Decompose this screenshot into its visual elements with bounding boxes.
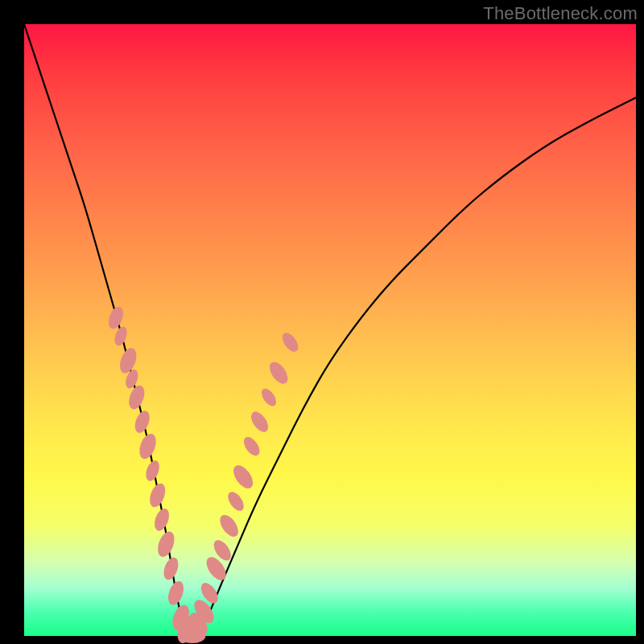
scatter-marker — [248, 409, 272, 436]
chart-svg — [24, 24, 636, 636]
bottleneck-curve — [24, 24, 636, 636]
scatter-marker — [279, 330, 301, 354]
scatter-markers — [106, 305, 302, 644]
scatter-marker — [266, 359, 291, 387]
scatter-marker — [165, 579, 187, 607]
scatter-marker — [225, 489, 246, 514]
scatter-marker — [258, 386, 279, 409]
plot-area — [24, 24, 636, 636]
watermark-text: TheBottleneck.com — [483, 3, 638, 24]
scatter-marker — [161, 555, 181, 582]
scatter-marker — [217, 512, 242, 540]
chart-frame: TheBottleneck.com — [0, 0, 644, 644]
scatter-marker — [147, 481, 168, 510]
scatter-marker — [241, 434, 262, 458]
scatter-marker — [132, 409, 152, 436]
scatter-marker — [143, 459, 162, 483]
scatter-marker — [229, 462, 257, 492]
scatter-marker — [155, 529, 177, 559]
scatter-marker — [136, 431, 159, 461]
scatter-marker — [152, 506, 172, 533]
